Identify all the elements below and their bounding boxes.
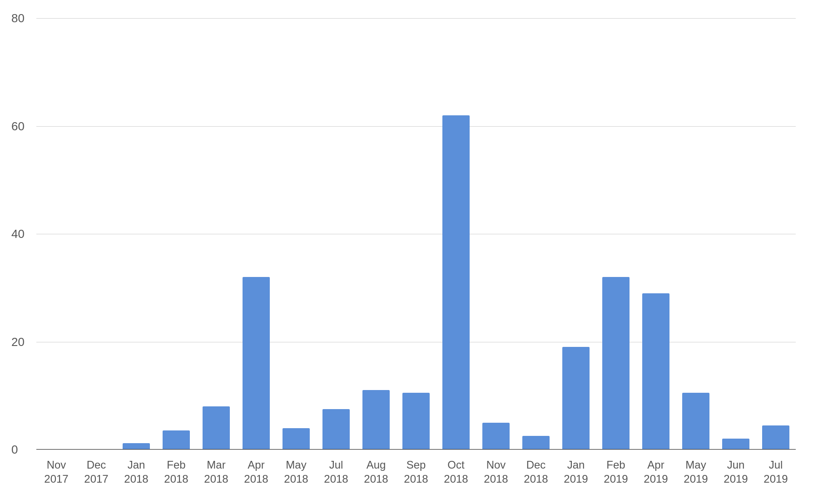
bar-10 <box>442 115 470 450</box>
bar-3 <box>163 430 190 450</box>
y-label-60: 60 <box>11 119 25 133</box>
y-label-20: 20 <box>11 335 25 349</box>
bar-5 <box>243 277 270 450</box>
bar-2 <box>123 443 150 450</box>
x-label-13: Jan2019 <box>556 458 596 486</box>
bar-group-11 <box>476 18 516 450</box>
x-label-8: Aug2018 <box>356 458 396 486</box>
bar-group-6 <box>276 18 316 450</box>
y-label-0: 0 <box>11 443 18 457</box>
bar-group-7 <box>316 18 356 450</box>
x-label-16: May2019 <box>676 458 716 486</box>
y-label-80: 80 <box>11 11 25 25</box>
x-label-7: Jul2018 <box>316 458 356 486</box>
bar-group-1 <box>76 18 116 450</box>
bar-13 <box>562 347 590 450</box>
bars-container <box>36 18 796 450</box>
x-label-17: Jun2019 <box>716 458 756 486</box>
bar-group-13 <box>556 18 596 450</box>
bar-group-16 <box>676 18 716 450</box>
x-label-15: Apr2019 <box>636 458 676 486</box>
bar-group-15 <box>636 18 676 450</box>
x-label-12: Dec2018 <box>516 458 556 486</box>
bar-group-4 <box>196 18 236 450</box>
x-label-2: Jan2018 <box>116 458 156 486</box>
x-label-3: Feb2018 <box>156 458 196 486</box>
chart-baseline <box>36 449 796 450</box>
bar-group-10 <box>436 18 476 450</box>
bar-group-3 <box>156 18 196 450</box>
bar-group-5 <box>236 18 276 450</box>
grid-line-0: 0 <box>36 450 796 450</box>
bar-16 <box>682 393 709 450</box>
bar-9 <box>402 393 430 450</box>
x-label-5: Apr2018 <box>236 458 276 486</box>
bar-11 <box>482 423 510 450</box>
bar-14 <box>602 277 630 450</box>
x-label-14: Feb2019 <box>596 458 636 486</box>
x-label-10: Oct2018 <box>436 458 476 486</box>
bar-4 <box>203 406 230 450</box>
x-label-18: Jul2019 <box>756 458 796 486</box>
bar-12 <box>522 436 550 450</box>
x-label-11: Nov2018 <box>476 458 516 486</box>
bar-group-8 <box>356 18 396 450</box>
chart-container: 80 60 40 20 0 Nov2017Dec2017Ja <box>0 0 823 504</box>
bar-group-2 <box>116 18 156 450</box>
y-label-40: 40 <box>11 227 25 241</box>
bar-15 <box>642 293 669 450</box>
bar-17 <box>722 439 749 450</box>
x-label-6: May2018 <box>276 458 316 486</box>
x-label-0: Nov2017 <box>36 458 76 486</box>
bar-8 <box>362 390 390 450</box>
bar-group-9 <box>396 18 436 450</box>
bar-18 <box>762 425 789 450</box>
bar-group-18 <box>756 18 796 450</box>
bar-6 <box>283 428 310 450</box>
chart-area: 80 60 40 20 0 Nov2017Dec2017Ja <box>36 18 796 450</box>
x-labels: Nov2017Dec2017Jan2018Feb2018Mar2018Apr20… <box>36 458 796 486</box>
bar-group-17 <box>716 18 756 450</box>
bar-7 <box>322 409 350 450</box>
bar-group-0 <box>36 18 76 450</box>
bar-group-12 <box>516 18 556 450</box>
x-label-9: Sep2018 <box>396 458 436 486</box>
bar-group-14 <box>596 18 636 450</box>
x-label-4: Mar2018 <box>196 458 236 486</box>
x-label-1: Dec2017 <box>76 458 116 486</box>
